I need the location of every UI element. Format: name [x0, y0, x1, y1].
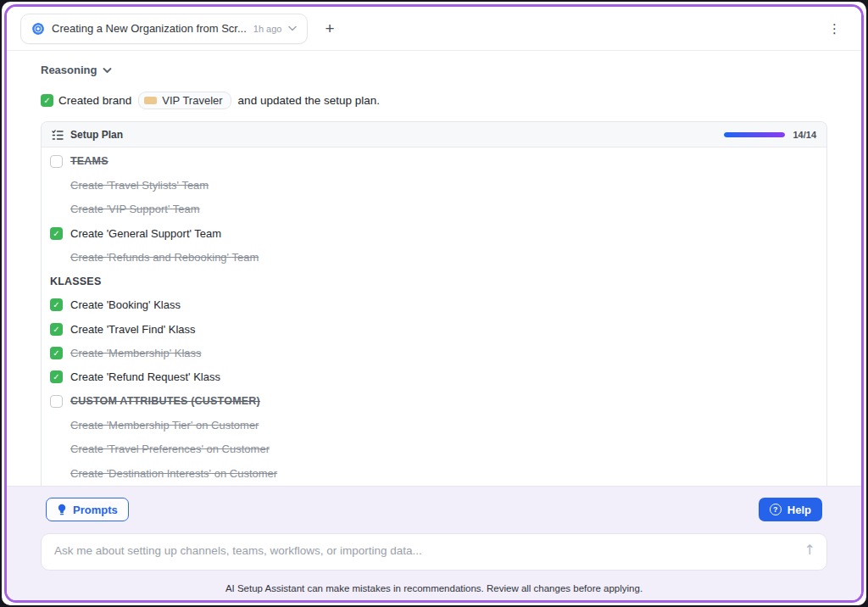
prompts-button[interactable]: Prompts [46, 498, 129, 521]
checklist-item-label: Create 'Travel Stylists' Team [70, 179, 209, 192]
checkbox-unchecked[interactable] [50, 395, 63, 408]
brand-chip-label: VIP Traveler [162, 94, 222, 107]
checklist-item-label: Create 'Refunds and Rebooking' Team [70, 251, 259, 264]
question-circle-icon: ? [770, 504, 782, 515]
prompts-button-label: Prompts [73, 504, 118, 516]
chevron-down-icon [103, 67, 111, 73]
brand-tag-icon [144, 97, 157, 104]
checklist-item-label: Create 'Travel Preferences' on Customer [70, 443, 270, 455]
gear-icon [31, 22, 45, 36]
new-conversation-button[interactable]: + [320, 17, 339, 40]
checklist-icon [52, 129, 64, 141]
checklist-item-label: Create 'Booking' Klass [70, 298, 181, 311]
checklist-item-label: Create 'Travel Find' Klass [70, 323, 196, 336]
lightbulb-icon [57, 504, 67, 515]
assistant-window: Creating a New Organization from Scr... … [4, 4, 864, 603]
help-button[interactable]: ? Help [759, 498, 822, 521]
checklist-item: Create 'Membership Tier' on Customer [50, 413, 816, 437]
setup-plan-title: Setup Plan [70, 129, 123, 141]
checklist-item: Create 'Travel Stylists' Team [50, 173, 816, 197]
setup-plan-progress: 14/14 [724, 130, 816, 140]
composer-panel: Prompts ? Help ↑ AI Setup Assistant can … [7, 486, 861, 600]
reasoning-toggle[interactable]: Reasoning [41, 64, 111, 76]
checklist-item: KLASSES [50, 269, 816, 292]
reasoning-label: Reasoning [41, 64, 97, 76]
checklist-item: ✓Create 'Booking' Klass [50, 293, 816, 317]
checklist-item: ✓Create 'General Support' Team [50, 221, 816, 245]
setup-plan-card: Setup Plan 14/14 TEAMSCreate 'Travel Sty… [41, 121, 827, 486]
checklist-item-label: Create 'Membership Tier' on Customer [70, 419, 259, 432]
panel-button-row: Prompts ? Help [41, 498, 827, 521]
checklist-item: TEAMS [50, 149, 816, 173]
app-header: Creating a New Organization from Scr... … [7, 7, 861, 51]
checklist-item-label: Create 'Membership' Klass [70, 347, 202, 359]
send-arrow-icon[interactable]: ↑ [804, 542, 815, 558]
checkbox-checked[interactable]: ✓ [50, 298, 63, 311]
checklist-item: Create 'Destination Interests' on Custom… [50, 461, 816, 485]
check-icon: ✓ [41, 94, 53, 107]
conversation-tab[interactable]: Creating a New Organization from Scr... … [20, 14, 308, 44]
status-prefix: Created brand [58, 94, 131, 107]
checklist-item-label: CUSTOM ATTRIBUTES (CUSTOMER) [70, 395, 260, 407]
screenshot-frame: Creating a New Organization from Scr... … [2, 2, 866, 605]
tab-timestamp: 1h ago [253, 24, 282, 34]
status-message: ✓ Created brand VIP Traveler and updated… [41, 92, 827, 109]
setup-plan-header: Setup Plan 14/14 [42, 122, 826, 148]
setup-plan-list: TEAMSCreate 'Travel Stylists' TeamCreate… [42, 148, 826, 486]
checklist-item: ✓Create 'Membership' Klass [50, 341, 816, 365]
checkbox-checked[interactable]: ✓ [50, 370, 63, 383]
checklist-item: ✓Create 'Refund Request' Klass [50, 365, 816, 389]
help-button-label: Help [787, 504, 811, 516]
message-input[interactable] [41, 533, 827, 571]
chat-scroll-area[interactable]: Reasoning ✓ Created brand VIP Traveler a… [7, 51, 861, 486]
checklist-item: Create 'Refunds and Rebooking' Team [50, 245, 816, 269]
checklist-item: CUSTOM ATTRIBUTES (CUSTOMER) [50, 389, 816, 413]
checklist-item: Create 'Travel Preferences' on Customer [50, 437, 816, 461]
checkbox-checked[interactable]: ✓ [50, 227, 63, 240]
checklist-item: Create 'VIP Support' Team [50, 198, 816, 221]
disclaimer-text: AI Setup Assistant can make mistakes in … [41, 583, 827, 593]
checklist-item: ✓Create 'Travel Find' Klass [50, 317, 816, 341]
checklist-item-label: Create 'Refund Request' Klass [70, 370, 220, 383]
chevron-down-icon[interactable] [288, 25, 297, 31]
progress-bar-fill [724, 132, 785, 137]
brand-chip: VIP Traveler [138, 92, 231, 109]
checkbox-checked[interactable]: ✓ [50, 323, 63, 336]
tab-title: Creating a New Organization from Scr... [52, 22, 247, 35]
checklist-item-label: Create 'Destination Interests' on Custom… [70, 467, 277, 480]
checklist-item-label: Create 'General Support' Team [70, 227, 221, 240]
checklist-item-label: Create 'VIP Support' Team [70, 203, 200, 215]
status-suffix: and updated the setup plan. [238, 94, 380, 107]
checklist-item-label: KLASSES [50, 276, 101, 287]
checklist-item-label: TEAMS [70, 155, 108, 167]
checkbox-checked[interactable]: ✓ [50, 347, 63, 359]
checkbox-unchecked[interactable] [50, 155, 63, 168]
message-input-wrap: ↑ [41, 533, 827, 574]
kebab-menu-icon[interactable]: ⋮ [821, 19, 848, 38]
progress-count: 14/14 [793, 130, 816, 140]
progress-bar [724, 132, 785, 137]
